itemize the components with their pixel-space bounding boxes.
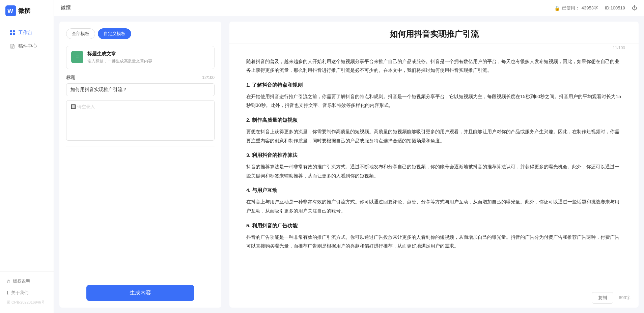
sidebar-footer: © 版权说明 ℹ 关于我们 蜀ICP备2022016946号: [0, 271, 54, 313]
sidebar: W 微撰 工作台: [0, 0, 54, 313]
usage-icon: 🔒: [554, 5, 560, 11]
divider: [66, 146, 215, 146]
usage-count: 43953字: [582, 5, 598, 11]
sidebar-item-copyright[interactable]: © 版权说明: [0, 276, 54, 287]
right-panel: 如何用抖音实现推广引流 11/100 随着抖音的普及，越来越多的人开始利用这个短…: [229, 22, 639, 308]
template-desc: 输入标题，一键生成高质量文章内容: [87, 58, 152, 64]
template-name: 标题生成文章: [87, 51, 152, 57]
workbench-icon: [9, 30, 16, 36]
page-indicator: 11/100: [229, 44, 639, 50]
section-paragraph-10: 抖音的广告功能是一种非常有效的推广引流方式。你可以通过广告投放来让更多的人看到你…: [246, 233, 622, 251]
section-paragraph-0: 随着抖音的普及，越来越多的人开始利用这个短视频分享平台来推广自己的产品或服务。抖…: [246, 57, 622, 75]
article-body: 随着抖音的普及，越来越多的人开始利用这个短视频分享平台来推广自己的产品或服务。抖…: [229, 50, 639, 288]
usage-info: 🔒 已使用： 43953字: [554, 5, 598, 11]
content-area: 全部模板 自定义模板 ≡ 标题生成文章 输入标题，一键生成高质量文章内容 标题 …: [54, 16, 644, 313]
article-header: 如何用抖音实现推广引流: [229, 22, 639, 44]
template-card-icon: ≡: [71, 51, 83, 63]
svg-rect-3: [13, 30, 15, 32]
sidebar-item-copyright-label: 版权说明: [13, 278, 30, 284]
copy-button[interactable]: 复制: [592, 292, 613, 304]
icp-text: 蜀ICP备2022016946号: [0, 298, 54, 306]
svg-rect-2: [10, 30, 12, 32]
svg-rect-5: [13, 33, 15, 35]
section-paragraph-8: 在抖音上与用户互动是一种非常有效的推广引流方式。你可以通过回复评论、点赞、分享等…: [246, 197, 622, 215]
sidebar-item-drafts-label: 稿件中心: [18, 43, 37, 49]
logo-icon: W: [5, 5, 16, 16]
section-heading-5: 3. 利用抖音的推荐算法: [246, 150, 622, 160]
section-paragraph-2: 在开始使用抖音进行推广引流之前，你需要了解抖音的特点和规则。抖音是一个短视频分享…: [246, 92, 622, 110]
left-panel: 全部模板 自定义模板 ≡ 标题生成文章 输入标题，一键生成高质量文章内容 标题 …: [59, 22, 221, 308]
sidebar-item-workbench-label: 工作台: [18, 30, 32, 36]
main-area: 微撰 🔒 已使用： 43953字 ID:100519 ⏻ 全部模板 自定义模板: [54, 0, 644, 313]
generate-button[interactable]: 生成内容: [86, 285, 194, 301]
sidebar-item-workbench[interactable]: 工作台: [3, 26, 51, 39]
drafts-icon: [9, 43, 16, 49]
article-footer: 复制 693字: [229, 288, 639, 308]
template-tabs: 全部模板 自定义模板: [66, 28, 215, 39]
logo-area: W 微撰: [0, 0, 54, 23]
svg-rect-4: [10, 33, 12, 35]
header: 微撰 🔒 已使用： 43953字 ID:100519 ⏻: [54, 0, 644, 16]
template-card[interactable]: ≡ 标题生成文章 输入标题，一键生成高质量文章内容: [66, 46, 215, 69]
section-heading-3: 2. 制作高质量的短视频: [246, 115, 622, 124]
power-icon[interactable]: ⏻: [632, 5, 637, 11]
word-count: 693字: [619, 295, 631, 301]
logo-text: 微撰: [18, 7, 30, 15]
title-input[interactable]: [66, 83, 215, 96]
about-icon: ℹ: [7, 290, 8, 295]
section-heading-7: 4. 与用户互动: [246, 186, 622, 195]
svg-text:W: W: [7, 8, 13, 15]
title-label-row: 标题 12/100: [66, 75, 215, 81]
header-right: 🔒 已使用： 43953字 ID:100519 ⏻: [554, 5, 637, 11]
section-heading-9: 5. 利用抖音的广告功能: [246, 221, 622, 230]
sidebar-item-drafts[interactable]: 稿件中心: [3, 40, 51, 53]
sidebar-item-about[interactable]: ℹ 关于我们: [0, 287, 54, 298]
user-id: ID:100519: [605, 5, 625, 10]
usage-label: 已使用：: [562, 5, 580, 11]
sidebar-item-about-label: 关于我们: [11, 290, 29, 296]
main-nav: 工作台 稿件中心: [0, 23, 54, 271]
title-form-label: 标题: [66, 75, 76, 81]
content-textarea-area: 🔲 请空录入: [66, 100, 215, 141]
article-title: 如何用抖音实现推广引流: [243, 28, 625, 40]
textarea-placeholder-text: 🔲 请空录入: [71, 104, 95, 110]
header-title: 微撰: [61, 5, 71, 11]
copyright-icon: ©: [7, 279, 10, 284]
section-heading-1: 1. 了解抖音的特点和规则: [246, 80, 622, 89]
section-paragraph-4: 要想在抖音上获得更多的流量，你需要制作高质量的短视频。高质量的短视频能够吸引更多…: [246, 127, 622, 145]
tab-all-templates[interactable]: 全部模板: [66, 28, 95, 39]
title-counter: 12/100: [202, 75, 215, 80]
tab-custom-templates[interactable]: 自定义模板: [98, 28, 131, 39]
template-info: 标题生成文章 输入标题，一键生成高质量文章内容: [87, 51, 152, 64]
section-paragraph-6: 抖音的推荐算法是一种非常有效的推广引流方式。通过不断地发布和分享自己的短视频，你…: [246, 162, 622, 180]
